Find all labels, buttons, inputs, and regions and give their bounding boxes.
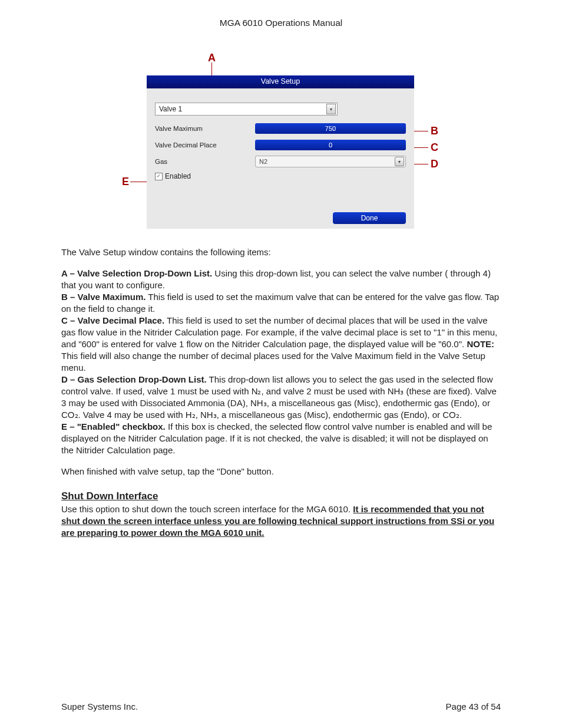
item-c-body-2: This field will also change the number o…	[61, 351, 485, 373]
item-b-head: B – Valve Maximum.	[61, 292, 146, 302]
item-e-paragraph: E – "Enabled" checkbox. If this box is c…	[61, 421, 501, 456]
gas-select-value: N2	[259, 158, 267, 165]
item-c-paragraph: C – Valve Decimal Place. This field is u…	[61, 315, 501, 374]
valve-select-dropdown[interactable]: Valve 1 ▾	[155, 103, 338, 116]
valve-setup-panel: Valve Setup Valve 1 ▾ Valve Maximum 750 …	[147, 75, 414, 229]
enabled-label: Enabled	[165, 172, 191, 180]
item-a-head: A – Valve Selection Drop-Down List.	[61, 268, 212, 278]
page-footer: Super Systems Inc. Page 43 of 54	[61, 701, 501, 711]
annotation-d-line	[414, 164, 428, 164]
gas-select-dropdown[interactable]: N2 ▾	[255, 156, 406, 167]
valve-maximum-field[interactable]: 750	[255, 123, 406, 134]
item-b-paragraph: B – Valve Maximum. This field is used to…	[61, 291, 501, 315]
annotation-c-line	[414, 147, 428, 148]
footer-company: Super Systems Inc.	[61, 701, 138, 711]
annotation-c: C	[431, 141, 438, 154]
item-a-paragraph: A – Valve Selection Drop-Down List. Usin…	[61, 268, 501, 291]
valve-decimal-field[interactable]: 0	[255, 140, 406, 150]
item-d-paragraph: D – Gas Selection Drop-Down List. This d…	[61, 374, 501, 421]
annotation-b-line	[414, 131, 428, 131]
item-d-head: D – Gas Selection Drop-Down List.	[61, 374, 207, 384]
gas-label: Gas	[155, 158, 255, 165]
shutdown-header: Shut Down Interface	[61, 490, 501, 502]
annotation-b: B	[431, 125, 438, 137]
valve-decimal-label: Valve Decimal Place	[155, 141, 255, 149]
finish-paragraph: When finished with valve setup, tap the …	[61, 466, 501, 477]
enabled-checkbox[interactable]: ✓	[155, 173, 163, 180]
valve-maximum-label: Valve Maximum	[155, 125, 255, 132]
item-e-head: E – "Enabled" checkbox.	[61, 421, 166, 431]
item-c-head: C – Valve Decimal Place.	[61, 315, 164, 325]
chevron-down-icon: ▾	[326, 104, 336, 114]
item-c-note: NOTE:	[467, 339, 494, 349]
done-button[interactable]: Done	[333, 212, 406, 224]
chevron-down-icon: ▾	[395, 157, 404, 166]
body-text: The Valve Setup window contains the foll…	[61, 246, 501, 539]
footer-page: Page 43 of 54	[446, 701, 501, 711]
annotation-d: D	[431, 158, 438, 170]
intro-paragraph: The Valve Setup window contains the foll…	[61, 246, 501, 258]
valve-setup-title: Valve Setup	[147, 75, 414, 88]
shutdown-paragraph: Use this option to shut down the touch s…	[61, 503, 501, 539]
valve-setup-figure: A B C D E Valve Setup Valve 1 ▾	[122, 52, 440, 235]
shutdown-text-1: Use this option to shut down the touch s…	[61, 504, 353, 514]
annotation-e: E	[122, 176, 129, 188]
valve-select-value: Valve 1	[159, 105, 182, 113]
page-header-title: MGA 6010 Operations Manual	[61, 18, 501, 28]
